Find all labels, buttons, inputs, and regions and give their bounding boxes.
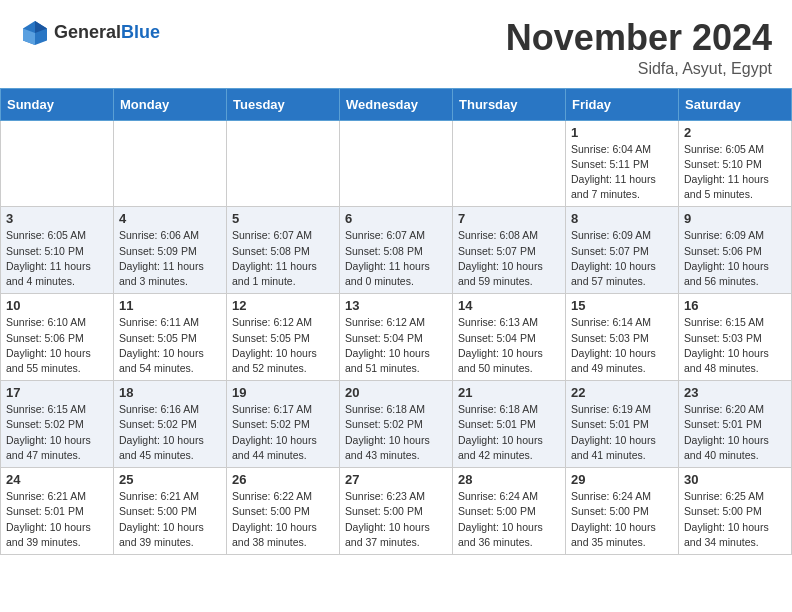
calendar-cell: 15Sunrise: 6:14 AMSunset: 5:03 PMDayligh… xyxy=(566,294,679,381)
day-number: 28 xyxy=(458,472,560,487)
day-number: 8 xyxy=(571,211,673,226)
calendar-cell: 6Sunrise: 6:07 AMSunset: 5:08 PMDaylight… xyxy=(340,207,453,294)
day-number: 6 xyxy=(345,211,447,226)
calendar-week-row: 17Sunrise: 6:15 AMSunset: 5:02 PMDayligh… xyxy=(1,381,792,468)
weekday-header: Saturday xyxy=(679,88,792,120)
weekday-header: Sunday xyxy=(1,88,114,120)
day-info: Sunrise: 6:25 AMSunset: 5:00 PMDaylight:… xyxy=(684,489,786,550)
logo-general: GeneralBlue xyxy=(54,23,160,43)
day-number: 27 xyxy=(345,472,447,487)
day-number: 30 xyxy=(684,472,786,487)
day-info: Sunrise: 6:20 AMSunset: 5:01 PMDaylight:… xyxy=(684,402,786,463)
calendar-cell: 18Sunrise: 6:16 AMSunset: 5:02 PMDayligh… xyxy=(114,381,227,468)
calendar-cell: 16Sunrise: 6:15 AMSunset: 5:03 PMDayligh… xyxy=(679,294,792,381)
calendar-cell: 23Sunrise: 6:20 AMSunset: 5:01 PMDayligh… xyxy=(679,381,792,468)
calendar-cell xyxy=(114,120,227,207)
calendar-cell: 10Sunrise: 6:10 AMSunset: 5:06 PMDayligh… xyxy=(1,294,114,381)
calendar-cell: 12Sunrise: 6:12 AMSunset: 5:05 PMDayligh… xyxy=(227,294,340,381)
day-number: 13 xyxy=(345,298,447,313)
calendar-cell: 3Sunrise: 6:05 AMSunset: 5:10 PMDaylight… xyxy=(1,207,114,294)
day-info: Sunrise: 6:24 AMSunset: 5:00 PMDaylight:… xyxy=(571,489,673,550)
calendar-cell: 4Sunrise: 6:06 AMSunset: 5:09 PMDaylight… xyxy=(114,207,227,294)
day-number: 24 xyxy=(6,472,108,487)
title-area: November 2024 Sidfa, Asyut, Egypt xyxy=(506,18,772,78)
calendar-cell: 25Sunrise: 6:21 AMSunset: 5:00 PMDayligh… xyxy=(114,468,227,555)
day-info: Sunrise: 6:14 AMSunset: 5:03 PMDaylight:… xyxy=(571,315,673,376)
day-number: 2 xyxy=(684,125,786,140)
day-number: 12 xyxy=(232,298,334,313)
location: Sidfa, Asyut, Egypt xyxy=(506,60,772,78)
calendar-cell xyxy=(1,120,114,207)
weekday-header: Thursday xyxy=(453,88,566,120)
day-info: Sunrise: 6:22 AMSunset: 5:00 PMDaylight:… xyxy=(232,489,334,550)
day-number: 16 xyxy=(684,298,786,313)
calendar-cell: 27Sunrise: 6:23 AMSunset: 5:00 PMDayligh… xyxy=(340,468,453,555)
calendar-cell: 14Sunrise: 6:13 AMSunset: 5:04 PMDayligh… xyxy=(453,294,566,381)
day-info: Sunrise: 6:05 AMSunset: 5:10 PMDaylight:… xyxy=(684,142,786,203)
calendar-cell: 21Sunrise: 6:18 AMSunset: 5:01 PMDayligh… xyxy=(453,381,566,468)
calendar-week-row: 10Sunrise: 6:10 AMSunset: 5:06 PMDayligh… xyxy=(1,294,792,381)
day-info: Sunrise: 6:17 AMSunset: 5:02 PMDaylight:… xyxy=(232,402,334,463)
day-number: 22 xyxy=(571,385,673,400)
weekday-header: Monday xyxy=(114,88,227,120)
calendar-cell: 8Sunrise: 6:09 AMSunset: 5:07 PMDaylight… xyxy=(566,207,679,294)
day-info: Sunrise: 6:24 AMSunset: 5:00 PMDaylight:… xyxy=(458,489,560,550)
day-info: Sunrise: 6:21 AMSunset: 5:01 PMDaylight:… xyxy=(6,489,108,550)
day-number: 9 xyxy=(684,211,786,226)
day-info: Sunrise: 6:07 AMSunset: 5:08 PMDaylight:… xyxy=(345,228,447,289)
calendar-cell: 9Sunrise: 6:09 AMSunset: 5:06 PMDaylight… xyxy=(679,207,792,294)
calendar-table: SundayMondayTuesdayWednesdayThursdayFrid… xyxy=(0,88,792,555)
day-info: Sunrise: 6:07 AMSunset: 5:08 PMDaylight:… xyxy=(232,228,334,289)
day-info: Sunrise: 6:10 AMSunset: 5:06 PMDaylight:… xyxy=(6,315,108,376)
calendar-cell: 17Sunrise: 6:15 AMSunset: 5:02 PMDayligh… xyxy=(1,381,114,468)
day-number: 11 xyxy=(119,298,221,313)
day-info: Sunrise: 6:13 AMSunset: 5:04 PMDaylight:… xyxy=(458,315,560,376)
day-info: Sunrise: 6:12 AMSunset: 5:05 PMDaylight:… xyxy=(232,315,334,376)
day-number: 21 xyxy=(458,385,560,400)
day-info: Sunrise: 6:09 AMSunset: 5:06 PMDaylight:… xyxy=(684,228,786,289)
day-number: 3 xyxy=(6,211,108,226)
calendar-cell xyxy=(227,120,340,207)
day-number: 4 xyxy=(119,211,221,226)
day-number: 14 xyxy=(458,298,560,313)
day-number: 20 xyxy=(345,385,447,400)
logo-icon xyxy=(20,18,50,48)
weekday-header: Tuesday xyxy=(227,88,340,120)
month-title: November 2024 xyxy=(506,18,772,58)
day-info: Sunrise: 6:23 AMSunset: 5:00 PMDaylight:… xyxy=(345,489,447,550)
calendar-week-row: 1Sunrise: 6:04 AMSunset: 5:11 PMDaylight… xyxy=(1,120,792,207)
day-number: 29 xyxy=(571,472,673,487)
day-number: 18 xyxy=(119,385,221,400)
day-number: 15 xyxy=(571,298,673,313)
day-info: Sunrise: 6:12 AMSunset: 5:04 PMDaylight:… xyxy=(345,315,447,376)
day-number: 25 xyxy=(119,472,221,487)
day-info: Sunrise: 6:18 AMSunset: 5:02 PMDaylight:… xyxy=(345,402,447,463)
calendar-cell: 1Sunrise: 6:04 AMSunset: 5:11 PMDaylight… xyxy=(566,120,679,207)
day-number: 23 xyxy=(684,385,786,400)
day-number: 5 xyxy=(232,211,334,226)
calendar-cell: 11Sunrise: 6:11 AMSunset: 5:05 PMDayligh… xyxy=(114,294,227,381)
calendar-cell: 30Sunrise: 6:25 AMSunset: 5:00 PMDayligh… xyxy=(679,468,792,555)
calendar-cell: 2Sunrise: 6:05 AMSunset: 5:10 PMDaylight… xyxy=(679,120,792,207)
logo: GeneralBlue xyxy=(20,18,160,48)
calendar-cell: 22Sunrise: 6:19 AMSunset: 5:01 PMDayligh… xyxy=(566,381,679,468)
calendar-week-row: 3Sunrise: 6:05 AMSunset: 5:10 PMDaylight… xyxy=(1,207,792,294)
day-info: Sunrise: 6:11 AMSunset: 5:05 PMDaylight:… xyxy=(119,315,221,376)
day-info: Sunrise: 6:05 AMSunset: 5:10 PMDaylight:… xyxy=(6,228,108,289)
day-info: Sunrise: 6:16 AMSunset: 5:02 PMDaylight:… xyxy=(119,402,221,463)
day-number: 10 xyxy=(6,298,108,313)
weekday-header: Wednesday xyxy=(340,88,453,120)
day-info: Sunrise: 6:15 AMSunset: 5:03 PMDaylight:… xyxy=(684,315,786,376)
day-info: Sunrise: 6:15 AMSunset: 5:02 PMDaylight:… xyxy=(6,402,108,463)
day-info: Sunrise: 6:18 AMSunset: 5:01 PMDaylight:… xyxy=(458,402,560,463)
page-header: GeneralBlue November 2024 Sidfa, Asyut, … xyxy=(0,0,792,88)
calendar-cell: 24Sunrise: 6:21 AMSunset: 5:01 PMDayligh… xyxy=(1,468,114,555)
calendar-cell: 19Sunrise: 6:17 AMSunset: 5:02 PMDayligh… xyxy=(227,381,340,468)
day-info: Sunrise: 6:19 AMSunset: 5:01 PMDaylight:… xyxy=(571,402,673,463)
calendar-cell: 20Sunrise: 6:18 AMSunset: 5:02 PMDayligh… xyxy=(340,381,453,468)
day-info: Sunrise: 6:06 AMSunset: 5:09 PMDaylight:… xyxy=(119,228,221,289)
day-info: Sunrise: 6:09 AMSunset: 5:07 PMDaylight:… xyxy=(571,228,673,289)
calendar-cell xyxy=(340,120,453,207)
day-number: 7 xyxy=(458,211,560,226)
calendar-cell: 28Sunrise: 6:24 AMSunset: 5:00 PMDayligh… xyxy=(453,468,566,555)
